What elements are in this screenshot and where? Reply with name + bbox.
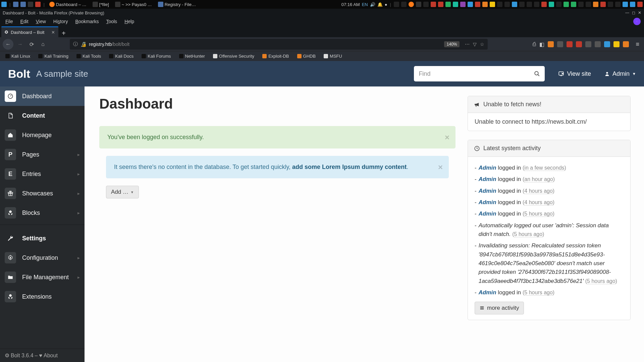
bookmark-item[interactable]: Offensive Security xyxy=(210,52,258,60)
sidebar-item-extensions[interactable]: Extensions xyxy=(0,287,85,306)
sidebar-item-blocks[interactable]: Blocks ▸ xyxy=(0,203,85,223)
sidebar-item-homepage[interactable]: Homepage xyxy=(0,125,85,145)
taskbar-item[interactable]: Registry - File… xyxy=(156,1,198,8)
sidebar-item-dashboard[interactable]: Dashboard xyxy=(0,86,85,106)
more-activity-button[interactable]: more activity xyxy=(475,302,524,314)
bell-icon[interactable]: 🔔 xyxy=(377,2,383,7)
tray-icon[interactable] xyxy=(608,2,613,7)
view-site-link[interactable]: View site xyxy=(558,70,591,77)
tray-icon[interactable] xyxy=(578,2,584,7)
tray-icon[interactable] xyxy=(571,2,576,7)
tray-icon[interactable] xyxy=(409,2,414,7)
ext-icon[interactable] xyxy=(585,41,591,47)
panel-icon[interactable] xyxy=(13,2,18,7)
activity-user[interactable]: Admin xyxy=(479,165,496,171)
bookmark-item[interactable]: Exploit-DB xyxy=(259,52,292,60)
window-close[interactable]: ✕ xyxy=(638,10,641,15)
tray-icon[interactable] xyxy=(445,2,451,7)
hamburger-menu-icon[interactable]: ≡ xyxy=(634,41,641,48)
search-icon[interactable] xyxy=(534,71,540,77)
bookmark-star-icon[interactable]: ☆ xyxy=(480,42,484,47)
menu-file[interactable]: File xyxy=(2,17,16,25)
tray-icon[interactable] xyxy=(504,2,510,7)
tray-icon[interactable] xyxy=(490,2,495,7)
tray-icon[interactable] xyxy=(593,2,598,7)
sidebar-item-entries[interactable]: E Entries ▸ xyxy=(0,164,85,184)
bookmark-item[interactable]: Kali Tools xyxy=(73,52,104,60)
ext-icon[interactable] xyxy=(567,41,573,47)
sidebar-item-showcases[interactable]: Showcases ▸ xyxy=(0,184,85,203)
tray-icon[interactable] xyxy=(637,2,643,7)
tray-icon[interactable] xyxy=(431,2,436,7)
tray-icon[interactable] xyxy=(438,2,443,7)
tray-icon[interactable] xyxy=(534,2,539,7)
activity-user[interactable]: Admin xyxy=(479,289,496,296)
kali-icon[interactable] xyxy=(1,2,7,7)
bookmark-item[interactable]: Kali Linux xyxy=(2,52,34,60)
taskbar-item[interactable]: ~ >> Payas0 … xyxy=(113,1,154,8)
tray-icon[interactable] xyxy=(630,2,635,7)
sidebar-item-file-management[interactable]: File Management ▸ xyxy=(0,267,85,287)
tray-icon[interactable] xyxy=(453,2,458,7)
tab-close-icon[interactable]: ✕ xyxy=(51,30,55,35)
ext-icon[interactable] xyxy=(548,41,554,47)
tray-icon[interactable] xyxy=(460,2,466,7)
admin-menu[interactable]: Admin ▼ xyxy=(604,70,636,77)
ext-icon[interactable] xyxy=(557,41,563,47)
ext-icon[interactable] xyxy=(604,41,610,47)
tray-icon[interactable] xyxy=(416,2,421,7)
keyboard-lang[interactable]: EN xyxy=(362,2,368,7)
activity-user[interactable]: Admin xyxy=(479,176,496,182)
tray-icon[interactable] xyxy=(615,2,621,7)
info-icon[interactable]: ⓘ xyxy=(73,41,78,47)
tray-icon[interactable] xyxy=(468,2,473,7)
taskbar-item[interactable]: Dashboard – … xyxy=(47,1,89,8)
ext-icon[interactable] xyxy=(613,41,620,47)
add-dummy-content-link[interactable]: add some Lorem Ipsum dummy content xyxy=(292,164,407,170)
menu-edit[interactable]: Edit xyxy=(17,17,32,25)
url-bar[interactable]: ⓘ 🔏 registry.htb/bolt/bolt 140% ⋯ ▽ ☆ xyxy=(70,39,488,50)
ext-icon[interactable] xyxy=(623,41,629,47)
menu-history[interactable]: History xyxy=(50,17,71,25)
menu-view[interactable]: View xyxy=(33,17,49,25)
sidebar-item-pages[interactable]: P Pages ▸ xyxy=(0,145,85,164)
home-button[interactable]: ⌂ xyxy=(38,40,48,49)
activity-user[interactable]: Admin xyxy=(479,188,496,194)
tray-icon[interactable] xyxy=(527,2,532,7)
tray-icon[interactable] xyxy=(423,2,429,7)
tray-icon[interactable] xyxy=(475,2,480,7)
add-dropdown-button[interactable]: Add … ▼ xyxy=(106,186,139,198)
bookmark-item[interactable]: Kali Docs xyxy=(106,52,137,60)
bookmark-item[interactable]: MSFU xyxy=(320,52,345,60)
menu-tools[interactable]: Tools xyxy=(103,17,120,25)
taskbar-item[interactable]: [*file] xyxy=(91,1,111,8)
close-icon[interactable]: × xyxy=(445,131,449,143)
forward-button[interactable]: → xyxy=(15,40,25,49)
activity-user[interactable]: Admin xyxy=(479,210,496,217)
brand-logo[interactable]: Bolt xyxy=(8,67,30,80)
page-action-icon[interactable]: ⋯ xyxy=(465,42,470,47)
tray-icon[interactable] xyxy=(549,2,554,7)
activity-user[interactable]: Admin xyxy=(479,199,496,205)
tray-icon[interactable] xyxy=(497,2,502,7)
reader-icon[interactable]: ▽ xyxy=(473,42,477,47)
panel-icon[interactable] xyxy=(20,2,26,7)
search-input[interactable] xyxy=(419,70,534,77)
reload-button[interactable]: ⟳ xyxy=(27,40,36,49)
bookmark-item[interactable]: GHDB xyxy=(294,52,319,60)
tray-icon[interactable] xyxy=(564,2,569,7)
tray-icon[interactable] xyxy=(512,2,517,7)
tray-icon[interactable]: ● xyxy=(385,2,387,7)
tray-icon[interactable] xyxy=(482,2,488,7)
back-button[interactable]: ← xyxy=(3,39,13,50)
menu-help[interactable]: Help xyxy=(121,17,138,25)
sidebar-item-configuration[interactable]: Configuration ▸ xyxy=(0,248,85,267)
panel-icon[interactable] xyxy=(28,2,33,7)
panel-icon[interactable] xyxy=(35,2,41,7)
menu-bookmarks[interactable]: Bookmarks xyxy=(72,17,102,25)
tray-icon[interactable] xyxy=(600,2,606,7)
ext-icon[interactable] xyxy=(576,41,582,47)
browser-tab[interactable]: ✪ Dashboard – Bolt ✕ xyxy=(1,26,58,37)
close-icon[interactable]: × xyxy=(438,161,443,173)
window-maximize[interactable]: ◻ xyxy=(632,10,635,15)
